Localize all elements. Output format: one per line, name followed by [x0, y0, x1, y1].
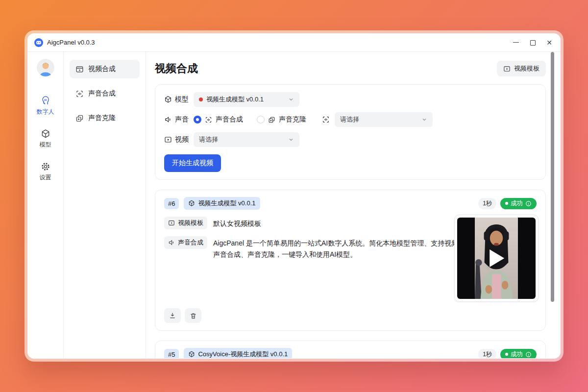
cube-icon [41, 129, 50, 139]
generation-form: 模型 视频生成模型 v0.0.1 [155, 84, 546, 180]
app-logo-icon [34, 38, 43, 47]
cube-icon [188, 351, 195, 358]
chevron-down-icon [288, 137, 294, 143]
voice-text-value: AigcPanel 是一个简单易用的一站式AI数字人系统。简化本地模型管理、支持… [213, 236, 480, 260]
maximize-button[interactable] [529, 39, 536, 46]
generate-video-button[interactable]: 开始生成视频 [164, 154, 221, 172]
minimize-button[interactable] [513, 39, 519, 46]
task-model-name: CosyVoice-视频生成模型 v0.0.1 [198, 350, 288, 358]
chevron-down-icon [288, 97, 294, 102]
voice-option-clone[interactable]: 声音克隆 [257, 115, 306, 124]
video-thumbnail-frame [457, 218, 536, 299]
rail-item-models[interactable]: 模型 [37, 129, 54, 149]
duration-badge: 1秒 [478, 349, 496, 359]
template-tag-label: 视频模板 [178, 219, 203, 227]
titlebar: AigcPanel v0.0.3 ✕ [27, 33, 561, 52]
gear-icon [41, 162, 50, 172]
task-header-right: 1秒 成功 [478, 349, 537, 359]
video-icon [503, 65, 511, 73]
speaker-icon [164, 116, 172, 123]
ai-head-icon: AI [41, 96, 50, 106]
rail-nav: AI 数字人 模型 设置 [37, 96, 54, 182]
voice-label-text: 声音 [175, 115, 189, 124]
video-frame-icon [75, 65, 84, 74]
video-label: 视频 [164, 135, 189, 144]
duration-badge: 1秒 [478, 198, 496, 209]
window-title: AigcPanel v0.0.3 [47, 39, 95, 46]
voice-option-synthesis[interactable]: 声音合成 [194, 115, 243, 124]
task-id-badge: #5 [164, 349, 179, 359]
cube-icon [188, 200, 195, 207]
voice-select-placeholder: 请选择 [340, 115, 359, 124]
video-thumbnail[interactable] [454, 215, 539, 302]
voice-clone-icon [268, 116, 275, 123]
status-badge: 成功 [500, 198, 537, 209]
task-model-badge: 视频生成模型 v0.0.1 [184, 197, 260, 210]
voice-option-label: 声音合成 [216, 115, 243, 124]
menu-item-voice-clone[interactable]: 声音克隆 [70, 109, 140, 127]
voice-scan-icon [75, 90, 84, 98]
menu-item-voice-synthesis[interactable]: 声音合成 [70, 84, 140, 103]
icon-rail: AI 数字人 模型 设置 [27, 52, 64, 358]
rail-item-label: 模型 [40, 141, 51, 149]
main-content: 视频合成 视频模板 模型 [146, 52, 561, 358]
desktop-background: AigcPanel v0.0.3 ✕ AI 数字人 [0, 0, 588, 392]
svg-text:AI: AI [44, 98, 47, 101]
task-header: #5 CosyVoice-视频生成模型 v0.0.1 1秒 成功 [164, 348, 537, 358]
model-select[interactable]: 视频生成模型 v0.0.1 [194, 92, 299, 107]
video-label-text: 视频 [175, 135, 189, 144]
task-header-right: 1秒 成功 [478, 198, 537, 209]
video-icon [168, 220, 175, 226]
cube-icon [164, 96, 172, 103]
rail-item-settings[interactable]: 设置 [37, 162, 54, 182]
avatar[interactable] [37, 59, 54, 76]
page-header: 视频合成 视频模板 [155, 61, 546, 76]
menu-item-label: 视频合成 [88, 65, 116, 74]
video-template-label: 视频模板 [514, 64, 539, 73]
radio-selected[interactable] [194, 116, 201, 123]
window-controls: ✕ [513, 39, 553, 46]
page-title: 视频合成 [155, 61, 198, 76]
app-window: AigcPanel v0.0.3 ✕ AI 数字人 [27, 33, 561, 359]
video-template-button[interactable]: 视频模板 [497, 61, 546, 76]
template-tag: 视频模板 [164, 217, 207, 229]
menu-item-label: 声音克隆 [88, 114, 116, 122]
task-card-6: #6 视频生成模型 v0.0.1 1秒 成功 [155, 190, 546, 331]
radio-unselected[interactable] [257, 116, 265, 123]
menu-sidebar: 视频合成 声音合成 声音克隆 [64, 52, 146, 358]
info-icon[interactable] [525, 351, 532, 358]
rail-item-digital-human[interactable]: AI 数字人 [37, 96, 54, 116]
menu-item-video-synthesis[interactable]: 视频合成 [70, 60, 140, 78]
template-value: 默认女视频模板 [213, 217, 261, 229]
chevron-down-icon [421, 117, 427, 122]
voice-synthesis-tag-label: 声音合成 [178, 238, 203, 247]
video-select-placeholder: 请选择 [199, 135, 218, 144]
voice-scan-icon [322, 116, 330, 123]
task-actions [164, 308, 201, 323]
task-id-badge: #6 [164, 198, 179, 209]
voice-label: 声音 [164, 115, 189, 124]
download-button[interactable] [164, 308, 181, 323]
close-button[interactable]: ✕ [546, 39, 553, 46]
model-row: 模型 视频生成模型 v0.0.1 [164, 92, 537, 107]
status-text: 成功 [511, 350, 523, 359]
task-model-badge: CosyVoice-视频生成模型 v0.0.1 [184, 348, 292, 358]
rail-item-label: 数字人 [37, 108, 54, 116]
video-row: 视频 请选择 [164, 132, 537, 147]
info-icon[interactable] [525, 200, 532, 207]
task-header: #6 视频生成模型 v0.0.1 1秒 成功 [164, 197, 537, 210]
status-text: 成功 [511, 199, 523, 208]
delete-button[interactable] [185, 308, 201, 323]
voice-select[interactable]: 请选择 [335, 112, 433, 127]
voice-row: 声音 声音合成 声音克隆 [164, 112, 537, 127]
play-icon[interactable] [490, 249, 504, 267]
status-badge: 成功 [500, 349, 537, 359]
video-select[interactable]: 请选择 [194, 132, 299, 147]
speaker-icon [168, 239, 175, 246]
window-body: AI 数字人 模型 设置 [27, 52, 561, 358]
scrollbar-thumb[interactable] [551, 52, 554, 302]
status-dot [505, 202, 508, 205]
model-label-text: 模型 [175, 95, 189, 104]
task-model-name: 视频生成模型 v0.0.1 [198, 199, 255, 208]
voice-scan-icon [205, 116, 212, 123]
